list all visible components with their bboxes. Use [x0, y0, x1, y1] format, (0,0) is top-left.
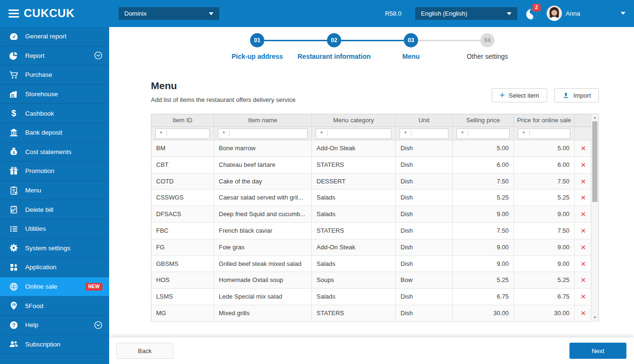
column-header-menu-category[interactable]: Menu category	[312, 114, 396, 127]
new-badge: NEW	[85, 283, 103, 291]
import-button[interactable]: Import	[554, 88, 599, 102]
step-2-indicator[interactable]: 02	[327, 33, 341, 47]
table-row: DFSACS Deep fried Squid and cucumb... Sa…	[151, 206, 598, 223]
filter-input-unit[interactable]	[411, 129, 448, 138]
sidebar-item-cashbook[interactable]: $ Cashbook	[0, 104, 109, 123]
language-selector[interactable]: English (English)	[415, 7, 517, 20]
cell-menu-category: Add-On Steak	[312, 239, 396, 255]
back-button[interactable]: Back	[116, 343, 173, 359]
table-row: LSMS Lede Special mix salad Salads Dish …	[151, 289, 598, 305]
filter-operator-button[interactable]: *	[218, 130, 230, 137]
sidebar-item-subscription[interactable]: Subscription	[0, 335, 109, 355]
sidebar-item-online-sale[interactable]: Online sale NEW	[0, 277, 109, 297]
cell-item-id: FG	[151, 239, 214, 255]
cell-online-price: 30.00	[514, 305, 575, 321]
filter-input-item-name[interactable]	[230, 129, 307, 138]
sidebar-item-report[interactable]: Report	[0, 46, 109, 66]
pie-chart-icon	[9, 51, 19, 60]
table-row: GBSMS Grilled beef steak mixed salad Sal…	[151, 256, 598, 273]
sidebar-item-help[interactable]: ? Help	[0, 316, 109, 335]
menu-items-table: Item ID Item name Menu category Unit Sel…	[151, 114, 599, 321]
scroll-up-icon[interactable]: ▲	[591, 114, 598, 121]
avatar[interactable]	[547, 6, 562, 21]
cell-selling-price: 30.00	[453, 305, 514, 321]
delete-bill-icon	[9, 205, 19, 214]
column-header-item-name[interactable]: Item name	[214, 114, 312, 127]
sidebar-item-cost-statements[interactable]: $ Cost statements	[0, 143, 109, 162]
upload-icon	[562, 92, 569, 99]
cell-selling-price: 7.50	[453, 223, 514, 239]
delete-row-button[interactable]: ×	[580, 272, 586, 288]
next-button[interactable]: Next	[569, 343, 626, 359]
step-1-indicator[interactable]: 01	[250, 33, 264, 47]
select-item-button[interactable]: + Select item	[492, 88, 547, 102]
delete-row-button[interactable]: ×	[580, 305, 586, 321]
chevron-down-circle-icon[interactable]	[94, 51, 103, 60]
delete-row-button[interactable]: ×	[580, 239, 586, 255]
sidebar-item-utilities[interactable]: Utilities	[0, 219, 109, 239]
step-3-indicator[interactable]: 03	[404, 33, 418, 47]
cell-unit: Dish	[396, 157, 453, 173]
delete-row-button[interactable]: ×	[580, 206, 586, 222]
cart-icon	[9, 70, 19, 80]
cell-unit: Dish	[396, 289, 453, 305]
page-subtitle: Add list of items the restaurant offers …	[151, 96, 296, 103]
sidebar-item-system-settings[interactable]: System settings	[0, 239, 109, 258]
sidebar-item-menu[interactable]: Menu	[0, 181, 109, 200]
cell-menu-category: Add-On Steak	[312, 140, 396, 156]
sidebar-item-label: 5Food	[25, 302, 43, 309]
filter-input-online-price[interactable]	[530, 129, 570, 138]
chevron-down-circle-icon[interactable]	[94, 321, 103, 329]
cell-item-name: Bone marrow	[214, 140, 312, 156]
delete-row-button[interactable]: ×	[580, 190, 586, 206]
scrollbar-thumb[interactable]	[592, 121, 597, 202]
sidebar-item-general-report[interactable]: General report	[0, 27, 109, 46]
column-header-unit[interactable]: Unit	[396, 114, 453, 127]
delete-row-button[interactable]: ×	[580, 256, 586, 272]
sidebar-item-5food[interactable]: 5Food	[0, 296, 109, 316]
sidebar-item-storehouse[interactable]: Storehouse	[0, 85, 109, 104]
filter-operator-button[interactable]: *	[400, 130, 411, 137]
delete-row-button[interactable]: ×	[580, 173, 586, 190]
hamburger-icon[interactable]	[9, 9, 19, 18]
cell-selling-price: 9.00	[453, 206, 514, 222]
filter-operator-button[interactable]: *	[457, 130, 468, 137]
column-header-item-id[interactable]: Item ID	[151, 114, 214, 127]
sidebar-item-label: Menu	[25, 187, 41, 194]
cell-item-id: COTD	[151, 173, 214, 190]
notification-icon[interactable]: 2	[525, 7, 538, 20]
filter-operator-button[interactable]: *	[156, 130, 167, 137]
table-scrollbar[interactable]: ▲ ▼	[591, 114, 598, 321]
step-1-label: Pick-up address	[214, 53, 300, 60]
user-menu-chevron-icon[interactable]	[621, 12, 625, 15]
filter-input-selling-price[interactable]	[468, 129, 509, 138]
column-header-selling-price[interactable]: Selling price	[453, 114, 514, 127]
delete-row-button[interactable]: ×	[580, 223, 586, 239]
sidebar-item-label: Storehouse	[25, 91, 58, 98]
table-row: CSSWGS Caesar salad served with gril... …	[151, 190, 598, 206]
sidebar-item-delete-bill[interactable]: Delete bill	[0, 200, 109, 219]
cell-selling-price: 6.75	[453, 289, 514, 305]
setup-stepper: 01 02 03 04 Pick-up address Restaurant i…	[109, 27, 634, 93]
delete-row-button[interactable]: ×	[580, 157, 586, 173]
cell-menu-category: STATERS	[312, 223, 396, 239]
sidebar-item-bank-deposit[interactable]: $ Bank deposit	[0, 123, 109, 143]
step-4-indicator[interactable]: 04	[480, 33, 494, 47]
sidebar-item-purchase[interactable]: Purchase	[0, 65, 109, 85]
filter-operator-button[interactable]: *	[518, 130, 530, 137]
delete-row-button[interactable]: ×	[580, 140, 586, 156]
cell-selling-price: 5.25	[453, 272, 514, 288]
cell-item-name: Deep fried Squid and cucumb...	[214, 206, 312, 222]
filter-operator-button[interactable]: *	[316, 130, 327, 137]
sidebar-item-promotion[interactable]: Promotion	[0, 162, 109, 181]
filter-input-menu-category[interactable]	[327, 129, 391, 138]
sidebar-item-application[interactable]: Application	[0, 258, 109, 277]
column-header-online-price[interactable]: Price for online sale	[514, 114, 575, 127]
filter-input-item-id[interactable]	[167, 129, 209, 138]
delete-row-button[interactable]: ×	[580, 289, 586, 305]
scroll-down-icon[interactable]: ▼	[591, 314, 598, 321]
step-2-label: Restaurant information	[291, 53, 377, 60]
table-row: FG Foie gras Add-On Steak Dish 9.00 9.00…	[151, 239, 598, 256]
branch-selector[interactable]: Dominix	[119, 7, 219, 20]
svg-text:?: ?	[12, 322, 16, 328]
